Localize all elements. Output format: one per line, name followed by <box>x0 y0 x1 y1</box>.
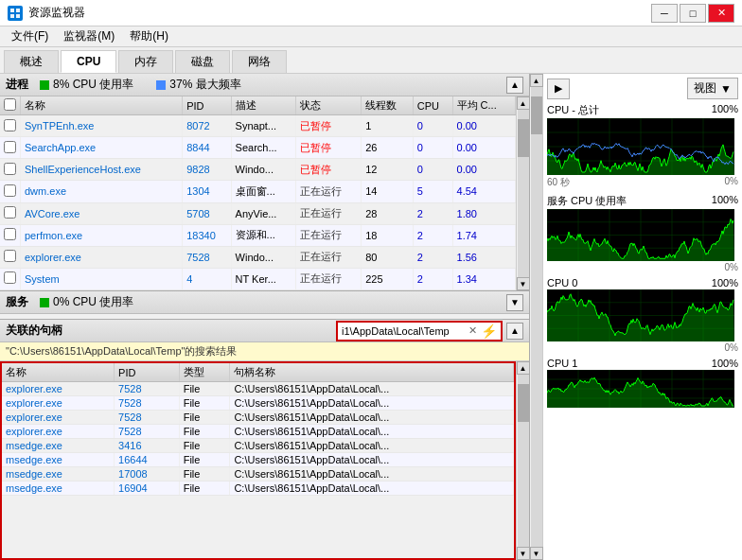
main-scroll-up[interactable]: ▲ <box>530 74 543 87</box>
row-check[interactable] <box>0 181 21 202</box>
proc-threads: 14 <box>362 181 414 202</box>
proc-desc: Windo... <box>231 246 296 268</box>
proc-threads: 12 <box>362 159 414 181</box>
scroll-down-btn[interactable]: ▼ <box>517 277 530 290</box>
handle-path: C:\Users\86151\AppData\Local\... <box>230 411 514 425</box>
proc-threads: 80 <box>362 246 414 268</box>
search-clear-icon[interactable]: ✕ <box>468 324 477 337</box>
hcol-pid[interactable]: PID <box>115 363 180 382</box>
hcol-type[interactable]: 类型 <box>179 363 230 382</box>
search-input[interactable] <box>342 325 465 337</box>
cpu1-pct: 100% <box>712 358 738 369</box>
proc-state: 正在运行 <box>296 181 362 202</box>
service-expand-btn[interactable]: ▼ <box>506 294 523 311</box>
proc-desc: Search... <box>231 137 296 159</box>
row-check[interactable] <box>0 159 21 181</box>
proc-avg: 0.00 <box>452 115 515 137</box>
proc-cpu: 0 <box>413 159 452 181</box>
service-cpu-badge: 0% CPU 使用率 <box>40 294 133 310</box>
cpu-usage-text: 8% CPU 使用率 <box>53 77 133 93</box>
maximize-button[interactable]: □ <box>680 4 706 23</box>
proc-state: 已暂停 <box>296 115 362 137</box>
col-state[interactable]: 状态 <box>296 96 362 115</box>
col-pid[interactable]: PID <box>183 96 231 115</box>
svg-rect-2 <box>16 9 20 12</box>
close-button[interactable]: ✕ <box>708 4 734 23</box>
cpu-total-pct: 100% <box>712 103 738 117</box>
col-threads[interactable]: 线程数 <box>362 96 414 115</box>
tabs-bar: 概述 CPU 内存 磁盘 网络 <box>0 47 742 74</box>
minimize-button[interactable]: ─ <box>651 4 678 23</box>
proc-state: 已暂停 <box>296 159 362 181</box>
search-go-icon[interactable]: ⚡ <box>481 324 497 339</box>
search-result-label: "C:\Users\86151\AppData\Local\Temp"的搜索结果 <box>0 342 529 361</box>
row-check[interactable] <box>0 268 21 289</box>
proc-avg: 1.74 <box>452 224 515 246</box>
proc-threads: 18 <box>362 224 414 246</box>
proc-name: SearchApp.exe <box>21 137 183 159</box>
row-check[interactable] <box>0 246 21 268</box>
scroll-up-btn[interactable]: ▲ <box>517 96 530 110</box>
handle-name: msedge.exe <box>2 439 115 453</box>
cpu0-pct: 100% <box>712 277 738 289</box>
handle-pid: 7528 <box>115 411 180 425</box>
menu-help[interactable]: 帮助(H) <box>122 27 176 45</box>
proc-name: dwm.exe <box>21 181 183 202</box>
handle-pid: 7528 <box>115 382 180 396</box>
service-section-header: 服务 0% CPU 使用率 ▼ <box>0 291 529 314</box>
handle-type: File <box>179 467 230 481</box>
tab-network[interactable]: 网络 <box>232 50 287 73</box>
cpu-total-section: CPU - 总计 100% 60 秒 0% <box>547 103 738 190</box>
row-check[interactable] <box>0 224 21 246</box>
handle-pid: 3416 <box>115 439 180 453</box>
tab-cpu[interactable]: CPU <box>61 50 116 73</box>
right-nav-btn[interactable]: ▶ <box>547 79 570 99</box>
handles-expand-btn[interactable]: ▲ <box>506 323 523 340</box>
proc-desc: Windo... <box>231 159 296 181</box>
handle-pid: 17008 <box>115 467 180 481</box>
freq-text: 37% 最大频率 <box>169 77 240 93</box>
green-dot-cpu <box>40 80 49 90</box>
proc-name: System <box>21 268 183 289</box>
service-pct-low: 0% <box>725 262 738 272</box>
tab-memory[interactable]: 内存 <box>118 50 173 73</box>
proc-name: AVCore.exe <box>21 202 183 224</box>
view-btn[interactable]: 视图 ▼ <box>687 78 738 99</box>
main-scroll-down[interactable]: ▼ <box>530 547 543 560</box>
handle-pid: 7528 <box>115 425 180 439</box>
menu-bar: 文件(F) 监视器(M) 帮助(H) <box>0 26 742 47</box>
col-cpu[interactable]: CPU <box>413 96 452 115</box>
hscroll-up-btn[interactable]: ▲ <box>517 361 530 375</box>
proc-cpu: 2 <box>413 202 452 224</box>
svg-rect-4 <box>16 14 20 18</box>
menu-monitor[interactable]: 监视器(M) <box>56 27 122 45</box>
hscroll-down-btn[interactable]: ▼ <box>517 547 530 560</box>
col-desc[interactable]: 描述 <box>231 96 296 115</box>
proc-cpu: 0 <box>413 137 452 159</box>
menu-file[interactable]: 文件(F) <box>4 27 56 45</box>
right-top-bar: ▶ 视图 ▼ <box>547 78 738 99</box>
svg-rect-0 <box>8 6 23 21</box>
proc-name: SynTPEnh.exe <box>21 115 183 137</box>
handle-type: File <box>179 453 230 467</box>
col-name[interactable]: 名称 <box>21 96 183 115</box>
hcol-name[interactable]: 名称 <box>2 363 115 382</box>
row-check[interactable] <box>0 115 21 137</box>
service-title: 服务 <box>6 294 28 310</box>
proc-state: 已暂停 <box>296 137 362 159</box>
hcol-handle[interactable]: 句柄名称 <box>230 363 514 382</box>
service-cpu-section: 服务 CPU 使用率 100% 0% <box>547 194 738 273</box>
proc-pid: 1304 <box>183 181 231 202</box>
col-avg[interactable]: 平均 C... <box>452 96 515 115</box>
handle-pid: 16644 <box>115 453 180 467</box>
cpu-total-label: CPU - 总计 <box>547 103 599 117</box>
handle-name: explorer.exe <box>2 382 115 396</box>
row-check[interactable] <box>0 202 21 224</box>
cpu-usage-badge: 8% CPU 使用率 <box>40 77 133 93</box>
tab-overview[interactable]: 概述 <box>4 50 59 73</box>
row-check[interactable] <box>0 137 21 159</box>
tab-disk[interactable]: 磁盘 <box>175 50 230 73</box>
process-expand-btn[interactable]: ▲ <box>506 77 523 94</box>
proc-cpu: 2 <box>413 246 452 268</box>
cpu0-chart <box>547 289 734 341</box>
